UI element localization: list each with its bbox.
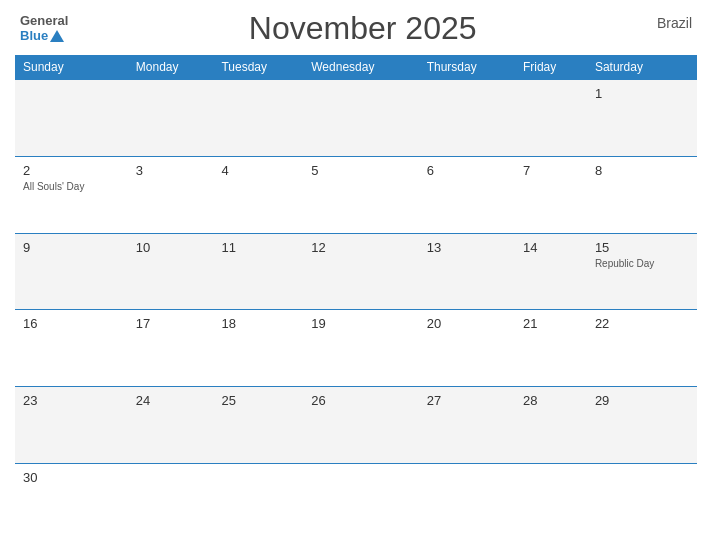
header-friday: Friday <box>515 55 587 80</box>
holiday-label: Republic Day <box>595 257 689 270</box>
day-number: 15 <box>595 240 689 255</box>
logo-blue: Blue <box>20 29 68 43</box>
day-number: 12 <box>311 240 410 255</box>
day-cell: 12 <box>303 233 418 310</box>
day-cell: 9 <box>15 233 128 310</box>
calendar-table: Sunday Monday Tuesday Wednesday Thursday… <box>15 55 697 540</box>
header-monday: Monday <box>128 55 214 80</box>
header-wednesday: Wednesday <box>303 55 418 80</box>
day-number: 22 <box>595 316 689 331</box>
day-cell <box>128 463 214 540</box>
logo-blue-text: Blue <box>20 29 48 43</box>
day-cell: 26 <box>303 387 418 464</box>
day-cell: 14 <box>515 233 587 310</box>
day-cell <box>128 80 214 157</box>
day-number: 16 <box>23 316 120 331</box>
day-number: 23 <box>23 393 120 408</box>
day-cell: 7 <box>515 156 587 233</box>
day-cell: 10 <box>128 233 214 310</box>
day-cell: 15Republic Day <box>587 233 697 310</box>
day-cell: 25 <box>213 387 303 464</box>
day-number: 26 <box>311 393 410 408</box>
day-number: 21 <box>523 316 579 331</box>
day-cell <box>515 463 587 540</box>
calendar-header-row: Sunday Monday Tuesday Wednesday Thursday… <box>15 55 697 80</box>
day-cell <box>213 463 303 540</box>
calendar-header: General Blue November 2025 Brazil <box>15 10 697 47</box>
day-number: 30 <box>23 470 120 485</box>
day-number: 24 <box>136 393 206 408</box>
day-cell <box>587 463 697 540</box>
day-number: 1 <box>595 86 689 101</box>
day-cell: 21 <box>515 310 587 387</box>
day-cell: 24 <box>128 387 214 464</box>
week-row-4: 23242526272829 <box>15 387 697 464</box>
day-cell: 19 <box>303 310 418 387</box>
day-number: 8 <box>595 163 689 178</box>
week-row-1: 2All Souls' Day345678 <box>15 156 697 233</box>
day-cell <box>419 80 515 157</box>
day-number: 27 <box>427 393 507 408</box>
logo-triangle-icon <box>50 30 64 42</box>
logo: General Blue <box>20 14 68 43</box>
country-label: Brazil <box>657 10 692 31</box>
day-cell: 1 <box>587 80 697 157</box>
day-number: 20 <box>427 316 507 331</box>
logo-general: General <box>20 14 68 28</box>
header-sunday: Sunday <box>15 55 128 80</box>
calendar-wrapper: General Blue November 2025 Brazil Sunday… <box>0 0 712 550</box>
week-row-5: 30 <box>15 463 697 540</box>
day-cell <box>303 80 418 157</box>
day-cell: 22 <box>587 310 697 387</box>
header-saturday: Saturday <box>587 55 697 80</box>
day-cell: 5 <box>303 156 418 233</box>
day-cell: 4 <box>213 156 303 233</box>
day-number: 18 <box>221 316 295 331</box>
day-cell: 28 <box>515 387 587 464</box>
day-number: 4 <box>221 163 295 178</box>
calendar-title: November 2025 <box>249 10 477 47</box>
holiday-label: All Souls' Day <box>23 180 120 193</box>
day-cell <box>303 463 418 540</box>
day-number: 11 <box>221 240 295 255</box>
day-number: 14 <box>523 240 579 255</box>
day-number: 10 <box>136 240 206 255</box>
day-number: 9 <box>23 240 120 255</box>
days-header-row: Sunday Monday Tuesday Wednesday Thursday… <box>15 55 697 80</box>
day-number: 17 <box>136 316 206 331</box>
day-cell: 13 <box>419 233 515 310</box>
day-number: 25 <box>221 393 295 408</box>
day-number: 29 <box>595 393 689 408</box>
day-cell: 23 <box>15 387 128 464</box>
day-number: 5 <box>311 163 410 178</box>
day-number: 7 <box>523 163 579 178</box>
calendar-body: 12All Souls' Day3456789101112131415Repub… <box>15 80 697 541</box>
header-thursday: Thursday <box>419 55 515 80</box>
day-cell <box>515 80 587 157</box>
day-cell: 6 <box>419 156 515 233</box>
day-cell: 18 <box>213 310 303 387</box>
day-cell: 16 <box>15 310 128 387</box>
day-number: 13 <box>427 240 507 255</box>
day-cell: 20 <box>419 310 515 387</box>
day-cell: 3 <box>128 156 214 233</box>
day-cell: 29 <box>587 387 697 464</box>
day-cell <box>213 80 303 157</box>
day-cell: 17 <box>128 310 214 387</box>
week-row-2: 9101112131415Republic Day <box>15 233 697 310</box>
day-number: 19 <box>311 316 410 331</box>
day-cell <box>15 80 128 157</box>
day-number: 3 <box>136 163 206 178</box>
header-tuesday: Tuesday <box>213 55 303 80</box>
day-cell: 11 <box>213 233 303 310</box>
day-cell: 30 <box>15 463 128 540</box>
day-number: 2 <box>23 163 120 178</box>
week-row-3: 16171819202122 <box>15 310 697 387</box>
day-cell: 8 <box>587 156 697 233</box>
day-cell: 27 <box>419 387 515 464</box>
day-cell: 2All Souls' Day <box>15 156 128 233</box>
day-number: 28 <box>523 393 579 408</box>
day-cell <box>419 463 515 540</box>
week-row-0: 1 <box>15 80 697 157</box>
day-number: 6 <box>427 163 507 178</box>
